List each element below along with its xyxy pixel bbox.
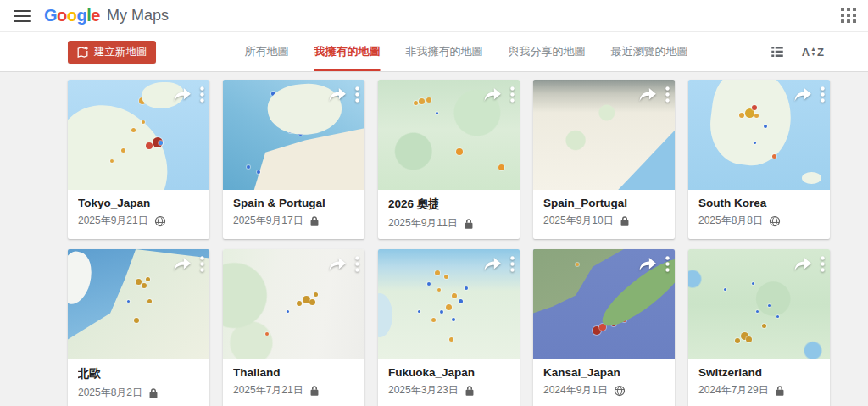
more-options-icon[interactable] bbox=[355, 256, 359, 272]
tab-not-owned-maps[interactable]: 非我擁有的地圖 bbox=[406, 32, 483, 71]
map-thumbnail[interactable] bbox=[378, 80, 520, 190]
map-title: Spain_Portugal bbox=[543, 197, 665, 209]
share-icon[interactable] bbox=[483, 257, 502, 272]
google-logo: Google bbox=[44, 6, 100, 25]
map-thumbnail[interactable] bbox=[533, 249, 675, 359]
map-thumbnail[interactable] bbox=[223, 249, 364, 359]
map-date: 2025年9月17日 bbox=[233, 214, 303, 228]
card-meta: 2025年7月21日 bbox=[233, 383, 354, 398]
tab-shared-with-me-maps[interactable]: 與我分享的地圖 bbox=[509, 32, 586, 71]
card-meta: 2025年8月2日 bbox=[78, 386, 199, 400]
map-thumbnail[interactable] bbox=[533, 80, 675, 190]
map-thumbnail[interactable] bbox=[68, 80, 209, 190]
map-date: 2024年9月1日 bbox=[543, 383, 608, 398]
map-date: 2024年7月29日 bbox=[698, 383, 769, 398]
toolbar: 建立新地圖 所有地圖我擁有的地圖非我擁有的地圖與我分享的地圖最近瀏覽的地圖 A▲… bbox=[0, 32, 868, 72]
card-info: Thailand 2025年7月21日 bbox=[223, 359, 364, 406]
map-title: 2026 奧捷 bbox=[388, 197, 509, 212]
map-thumbnail[interactable] bbox=[688, 249, 830, 359]
share-icon[interactable] bbox=[483, 87, 502, 103]
map-date: 2025年7月21日 bbox=[233, 383, 303, 398]
map-thumbnail[interactable] bbox=[378, 249, 520, 359]
card-info: 2026 奧捷 2025年9月11日 bbox=[378, 190, 520, 239]
create-map-icon bbox=[76, 46, 89, 58]
more-options-icon[interactable] bbox=[665, 86, 670, 103]
share-icon[interactable] bbox=[793, 87, 812, 103]
map-title: South Korea bbox=[698, 197, 820, 209]
share-icon[interactable] bbox=[638, 87, 657, 103]
map-card[interactable]: Thailand 2025年7月21日 bbox=[223, 249, 364, 406]
card-meta: 2024年9月1日 bbox=[543, 383, 665, 398]
content-area: Tokyo_Japan 2025年9月21日 bbox=[0, 72, 868, 406]
share-icon[interactable] bbox=[638, 257, 657, 272]
share-icon[interactable] bbox=[173, 87, 192, 103]
card-info: South Korea 2025年8月8日 bbox=[688, 190, 830, 236]
map-title: Tokyo_Japan bbox=[78, 197, 199, 209]
share-icon[interactable] bbox=[793, 257, 812, 272]
globe-icon bbox=[614, 385, 626, 397]
card-info: Spain & Portugal 2025年9月17日 bbox=[223, 190, 364, 236]
create-map-label: 建立新地圖 bbox=[94, 45, 147, 59]
map-card[interactable]: Spain & Portugal 2025年9月17日 bbox=[223, 80, 364, 239]
map-title: Kansai_Japan bbox=[543, 366, 665, 379]
more-options-icon[interactable] bbox=[821, 256, 825, 272]
map-date: 2025年8月8日 bbox=[698, 214, 763, 228]
list-view-icon[interactable] bbox=[770, 44, 785, 59]
map-card[interactable]: Spain_Portugal 2025年9月10日 bbox=[533, 80, 675, 239]
card-meta: 2025年9月10日 bbox=[543, 214, 665, 228]
map-date: 2025年9月11日 bbox=[388, 216, 458, 231]
map-card[interactable]: 2026 奧捷 2025年9月11日 bbox=[378, 80, 520, 239]
card-meta: 2025年9月11日 bbox=[388, 216, 509, 231]
lock-icon bbox=[464, 218, 474, 230]
card-meta: 2025年3月23日 bbox=[388, 383, 509, 398]
more-options-icon[interactable] bbox=[510, 86, 515, 103]
app-title: My Maps bbox=[107, 7, 169, 25]
lock-icon bbox=[775, 385, 785, 397]
apps-grid-icon[interactable] bbox=[841, 8, 856, 23]
card-meta: 2025年9月17日 bbox=[233, 214, 354, 228]
more-options-icon[interactable] bbox=[200, 86, 204, 103]
share-icon[interactable] bbox=[173, 257, 192, 272]
sort-az-icon[interactable]: A▲▼Z bbox=[802, 46, 824, 58]
map-card[interactable]: Kansai_Japan 2024年9月1日 bbox=[533, 249, 675, 406]
map-thumbnail[interactable] bbox=[68, 249, 209, 359]
map-title: Switzerland bbox=[698, 366, 820, 379]
map-card[interactable]: Tokyo_Japan 2025年9月21日 bbox=[68, 80, 209, 239]
map-card[interactable]: Fukuoka_Japan 2025年3月23日 bbox=[378, 249, 520, 406]
card-info: Tokyo_Japan 2025年9月21日 bbox=[68, 190, 209, 236]
card-meta: 2025年9月21日 bbox=[78, 214, 199, 228]
more-options-icon[interactable] bbox=[510, 256, 515, 272]
lock-icon bbox=[620, 215, 630, 227]
map-title: Spain & Portugal bbox=[233, 197, 354, 209]
globe-icon bbox=[154, 215, 166, 227]
share-icon[interactable] bbox=[328, 87, 347, 103]
card-info: Fukuoka_Japan 2025年3月23日 bbox=[378, 359, 520, 406]
card-meta: 2024年7月29日 bbox=[698, 383, 820, 398]
card-meta: 2025年8月8日 bbox=[698, 214, 820, 228]
share-icon[interactable] bbox=[328, 257, 347, 272]
map-thumbnail[interactable] bbox=[223, 80, 364, 190]
maps-grid: Tokyo_Japan 2025年9月21日 bbox=[68, 80, 848, 406]
map-date: 2025年8月2日 bbox=[78, 386, 142, 400]
lock-icon bbox=[465, 385, 475, 397]
map-date: 2025年3月23日 bbox=[388, 383, 459, 398]
map-date: 2025年9月21日 bbox=[78, 214, 148, 228]
card-info: Kansai_Japan 2024年9月1日 bbox=[533, 359, 675, 406]
tab-recently-viewed-maps[interactable]: 最近瀏覽的地圖 bbox=[611, 32, 688, 71]
map-card[interactable]: South Korea 2025年8月8日 bbox=[688, 80, 830, 239]
more-options-icon[interactable] bbox=[665, 256, 670, 272]
tab-bar: 所有地圖我擁有的地圖非我擁有的地圖與我分享的地圖最近瀏覽的地圖 bbox=[245, 32, 688, 71]
tab-all-maps[interactable]: 所有地圖 bbox=[245, 32, 289, 71]
map-thumbnail[interactable] bbox=[688, 80, 830, 190]
more-options-icon[interactable] bbox=[355, 86, 359, 103]
map-title: Fukuoka_Japan bbox=[388, 366, 509, 379]
tab-owned-maps[interactable]: 我擁有的地圖 bbox=[314, 32, 381, 71]
map-card[interactable]: Switzerland 2024年7月29日 bbox=[688, 249, 830, 406]
map-card[interactable]: 北歐 2025年8月2日 bbox=[68, 249, 209, 406]
lock-icon bbox=[309, 215, 320, 227]
more-options-icon[interactable] bbox=[821, 86, 825, 103]
menu-icon[interactable] bbox=[14, 10, 31, 22]
card-info: Spain_Portugal 2025年9月10日 bbox=[533, 190, 675, 236]
create-map-button[interactable]: 建立新地圖 bbox=[68, 41, 156, 64]
more-options-icon[interactable] bbox=[200, 256, 204, 272]
